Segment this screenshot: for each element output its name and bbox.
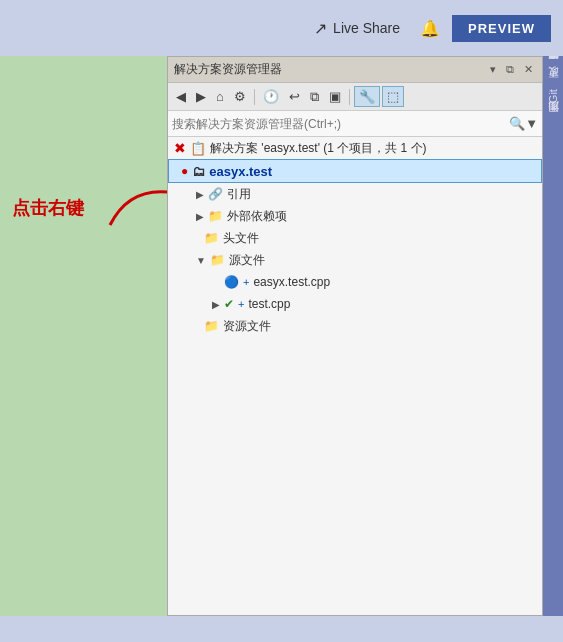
panel-close-button[interactable]: ✕ [521,63,536,76]
checkmark-icon: ✔ [224,297,234,311]
test-file-label: test.cpp [248,297,290,311]
header-files-icon: 📁 [204,231,219,245]
resource-files-icon: 📁 [204,319,219,333]
sync-button[interactable]: ⚙ [230,87,250,106]
source-files-icon: 📁 [210,253,225,267]
solution-error-icon: ✖ [174,140,186,156]
panel-float-button[interactable]: ⧉ [503,63,517,76]
back-button[interactable]: ◀ [172,87,190,106]
plus-icon: + [238,298,244,310]
tab-solution-explorer[interactable]: 解决方案资源管理器 [544,60,563,76]
active-view-button[interactable]: ⬚ [382,86,404,107]
list-item[interactable]: 📁 资源文件 [168,315,542,337]
easyx-file-label: easyx.test.cpp [253,275,330,289]
solution-label: 解决方案 'easyx.test' (1 个项目，共 1 个) [210,140,427,157]
resource-files-label: 资源文件 [223,318,271,335]
header-files-label: 头文件 [223,230,259,247]
list-item[interactable]: ▶ ✔ + test.cpp [168,293,542,315]
search-icon[interactable]: 🔍 [509,116,525,131]
references-icon: 🔗 [208,187,223,201]
tab-git-changes[interactable]: Git 更改 [544,78,563,111]
tree-area: ✖ 📋 解决方案 'easyx.test' (1 个项目，共 1 个) ● 🗂 … [168,137,542,615]
search-bar[interactable]: 🔍 ▼ [168,111,542,137]
search-input[interactable] [172,117,509,131]
right-tabs-panel: 解决方案资源管理器 Git 更改 添加图 [543,56,563,616]
expand-icon: ▶ [196,189,204,200]
project-icon: 🗂 [192,164,205,179]
undo-button[interactable]: ↩ [285,87,304,106]
panel-pin-button[interactable]: ▾ [487,63,499,76]
tab-add-diagram[interactable]: 添加图 [544,113,563,129]
live-share-icon: ↗ [314,19,327,38]
expand-icon: ▼ [196,255,206,266]
expand-icon: ▶ [196,211,204,222]
panel-title: 解决方案资源管理器 [174,61,282,78]
live-share-label: Live Share [333,20,400,36]
copy-button[interactable]: ⧉ [306,87,323,107]
solution-icon: 📋 [190,141,206,156]
list-item[interactable]: ▶ 🔗 引用 [168,183,542,205]
solution-row[interactable]: ✖ 📋 解决方案 'easyx.test' (1 个项目，共 1 个) [168,137,542,159]
project-error-icon: ● [181,164,188,178]
annotation-label: 点击右键 [12,196,84,220]
left-panel: 点击右键 [0,56,167,616]
live-share-button[interactable]: ↗ Live Share [306,15,408,42]
cpp-file-icon: 🔵 [224,275,239,289]
forward-button[interactable]: ▶ [192,87,210,106]
history-button[interactable]: 🕐 [259,87,283,106]
list-item[interactable]: 🔵 + easyx.test.cpp [168,271,542,293]
expand-icon: ▶ [212,299,220,310]
search-options-button[interactable]: ▼ [525,116,538,131]
notification-icon[interactable]: 🔔 [416,15,444,42]
toolbar: ◀ ▶ ⌂ ⚙ 🕐 ↩ ⧉ ▣ 🔧 ⬚ [168,83,542,111]
source-files-label: 源文件 [229,252,265,269]
home-button[interactable]: ⌂ [212,87,228,106]
properties-button[interactable]: 🔧 [354,86,380,107]
divider-2 [349,89,350,105]
panel-titlebar: 解决方案资源管理器 ▾ ⧉ ✕ [168,57,542,83]
panel-controls: ▾ ⧉ ✕ [487,63,536,76]
preview-button[interactable]: PREVIEW [452,15,551,42]
view-button[interactable]: ▣ [325,87,345,106]
project-row[interactable]: ● 🗂 easyx.test [168,159,542,183]
divider-1 [254,89,255,105]
list-item[interactable]: 📁 头文件 [168,227,542,249]
top-bar: ↗ Live Share 🔔 PREVIEW [0,0,563,56]
list-item[interactable]: ▶ 📁 外部依赖项 [168,205,542,227]
plus-icon: + [243,276,249,288]
ext-deps-icon: 📁 [208,209,223,223]
project-name: easyx.test [209,164,272,179]
references-label: 引用 [227,186,251,203]
solution-explorer-panel: 解决方案资源管理器 ▾ ⧉ ✕ ◀ ▶ ⌂ ⚙ 🕐 ↩ ⧉ ▣ 🔧 ⬚ 🔍 ▼ … [167,56,543,616]
ext-deps-label: 外部依赖项 [227,208,287,225]
list-item[interactable]: ▼ 📁 源文件 [168,249,542,271]
